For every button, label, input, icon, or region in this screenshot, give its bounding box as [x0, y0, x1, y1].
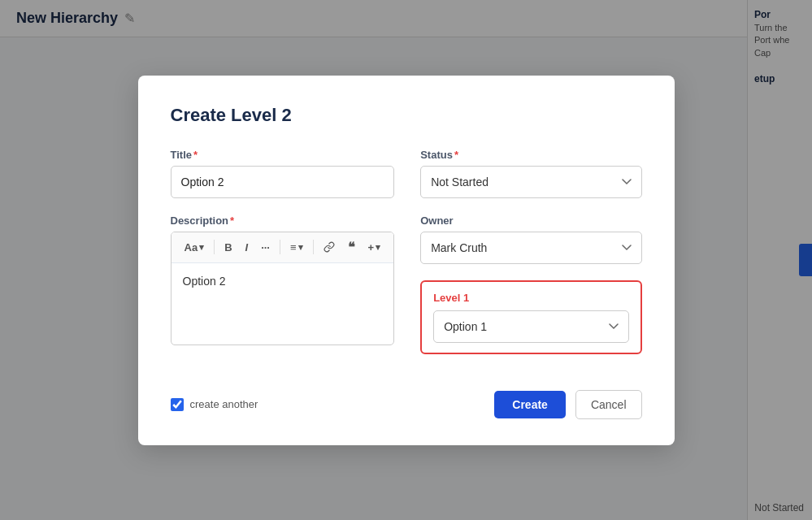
create-another-group: create another — [171, 398, 258, 411]
level1-field-group: Level 1 Option 1 Option 2 — [420, 280, 641, 354]
toolbar-divider-2 — [280, 240, 280, 254]
form-left-column: Title* Description* Aa B I — [171, 149, 395, 354]
title-field-label: Title* — [171, 149, 395, 161]
quote-button[interactable]: ❝ — [343, 237, 360, 258]
status-field-group: Status* Not Started In Progress Complete — [420, 149, 641, 198]
title-field-group: Title* — [171, 149, 395, 198]
status-select[interactable]: Not Started In Progress Complete — [420, 166, 641, 198]
description-editor[interactable]: Aa B I ··· ≡ — [171, 232, 395, 345]
status-field-label: Status* — [420, 149, 641, 161]
description-field-group: Description* Aa B I ··· ≡ — [171, 214, 395, 345]
level1-field-label: Level 1 — [433, 292, 628, 304]
owner-select[interactable]: Mark Cruth — [420, 232, 641, 264]
create-another-checkbox[interactable] — [171, 398, 184, 411]
form-right-column: Status* Not Started In Progress Complete… — [420, 149, 641, 354]
title-input[interactable] — [171, 166, 395, 198]
link-button[interactable] — [319, 239, 340, 255]
description-field-label: Description* — [171, 214, 395, 227]
bold-button[interactable]: B — [219, 239, 237, 256]
level1-select[interactable]: Option 1 Option 2 — [433, 310, 628, 343]
toolbar-divider-1 — [214, 240, 215, 254]
cancel-button[interactable]: Cancel — [575, 390, 642, 419]
font-size-button[interactable]: Aa — [180, 239, 210, 256]
owner-field-group: Owner Mark Cruth — [420, 214, 641, 264]
list-button[interactable]: ≡ — [285, 239, 308, 256]
owner-field-label: Owner — [420, 214, 641, 227]
more-format-button[interactable]: ··· — [256, 239, 275, 256]
italic-button[interactable]: I — [241, 239, 254, 256]
modal-overlay: Create Level 2 Title* Description* — [0, 0, 812, 520]
create-level-2-modal: Create Level 2 Title* Description* — [138, 76, 675, 445]
description-content[interactable]: Option 2 — [172, 263, 394, 344]
editor-toolbar: Aa B I ··· ≡ — [172, 232, 394, 263]
form-body: Title* Description* Aa B I — [171, 149, 642, 354]
add-button[interactable]: + — [363, 239, 386, 256]
toolbar-divider-3 — [313, 240, 314, 254]
create-another-label: create another — [190, 398, 258, 410]
modal-footer: create another Create Cancel — [171, 377, 642, 419]
modal-title: Create Level 2 — [171, 105, 642, 126]
create-button[interactable]: Create — [494, 391, 566, 418]
